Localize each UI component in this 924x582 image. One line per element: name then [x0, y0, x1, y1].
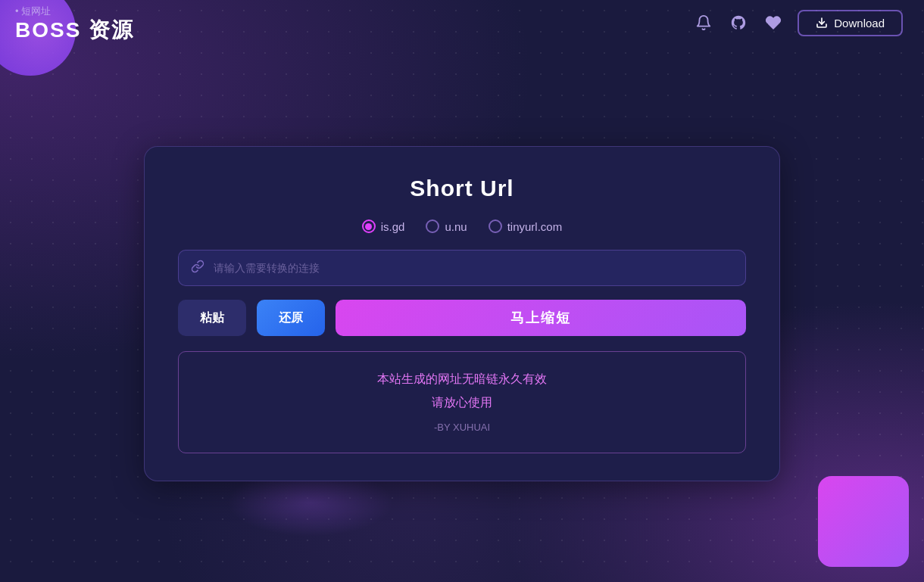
radio-circle-isgd [362, 219, 376, 233]
radio-label-tinyurl: tinyurl.com [507, 220, 563, 233]
paste-button[interactable]: 粘贴 [178, 300, 246, 336]
card-title: Short Url [178, 176, 746, 201]
download-label: Download [834, 17, 885, 30]
shorten-button[interactable]: 马上缩短 [336, 300, 746, 336]
info-box: 本站生成的网址无暗链永久有效 请放心使用 -BY XUHUAI [178, 351, 746, 453]
download-button[interactable]: Download [798, 10, 903, 36]
radio-circle-tinyurl [489, 219, 502, 233]
github-icon[interactable] [728, 12, 749, 33]
radio-circle-unu [426, 219, 439, 233]
radio-unu[interactable]: u.nu [426, 219, 467, 233]
header: • 短网址 BOSS 资源 [0, 0, 924, 45]
download-icon [816, 17, 828, 29]
shorturl-card: Short Url is.gd u.nu tinyurl.com [144, 146, 780, 481]
header-right: Download [693, 10, 903, 36]
info-line-2: 请放心使用 [432, 395, 492, 411]
notification-icon[interactable] [693, 12, 714, 33]
info-line-1: 本站生成的网址无暗链永久有效 [377, 372, 547, 387]
radio-label-unu: u.nu [445, 220, 467, 233]
url-input[interactable] [214, 262, 733, 274]
radio-label-isgd: is.gd [381, 220, 405, 233]
radio-tinyurl[interactable]: tinyurl.com [489, 219, 563, 233]
brand-subtitle: • 短网址 [15, 5, 134, 18]
heart-icon[interactable] [763, 12, 784, 33]
brand: • 短网址 BOSS 资源 [0, 5, 134, 41]
url-input-wrapper [178, 250, 746, 286]
action-buttons-row: 粘贴 还原 马上缩短 [178, 300, 746, 336]
service-radio-group: is.gd u.nu tinyurl.com [178, 219, 746, 233]
info-line-3: -BY XUHUAI [434, 422, 490, 433]
link-icon [191, 260, 204, 277]
restore-button[interactable]: 还原 [257, 300, 325, 336]
brand-title: BOSS 资源 [15, 20, 134, 41]
radio-isgd[interactable]: is.gd [362, 219, 405, 233]
main-content: Short Url is.gd u.nu tinyurl.com [0, 45, 924, 582]
